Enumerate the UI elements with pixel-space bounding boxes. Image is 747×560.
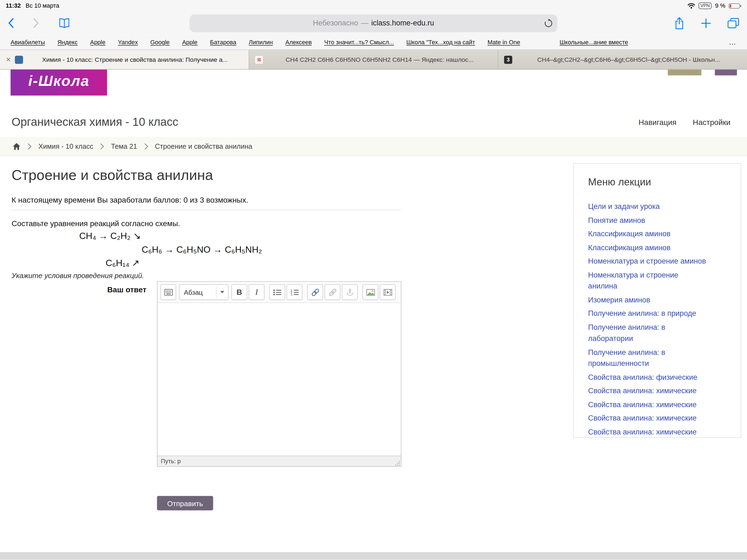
answer-text-area[interactable] <box>157 303 401 456</box>
lecture-menu-link[interactable]: Свойства анилина: физические <box>588 373 697 381</box>
insert-media-button[interactable] <box>380 284 396 300</box>
lecture-menu-link[interactable]: Понятие аминов <box>588 216 645 224</box>
safari-toolbar: Небезопасно — iclass.home-edu.ru <box>0 11 747 34</box>
tab-overview-button[interactable] <box>727 18 739 28</box>
ios-status-bar: 11:32 Вс 10 марта VPN 9 % <box>0 0 747 11</box>
submit-button[interactable]: Отправить <box>157 496 213 510</box>
bookmarks-button[interactable] <box>58 18 70 28</box>
bold-button[interactable]: B <box>231 284 247 300</box>
address-separator: — <box>361 19 368 27</box>
home-icon[interactable] <box>12 143 21 150</box>
favorite-link[interactable]: Школа "Тех...ход на сайт <box>406 39 475 45</box>
lecture-menu-link[interactable]: Свойства анилина: химические <box>588 414 697 422</box>
resize-handle[interactable] <box>395 461 400 466</box>
breadcrumb-current: Строение и свойства анилина <box>155 143 252 150</box>
favorite-link[interactable]: Авиабилеты <box>11 39 45 45</box>
select-divider <box>216 287 216 297</box>
favorite-link[interactable]: Yandex <box>118 39 138 45</box>
numbered-list-button[interactable]: 123 <box>287 284 302 300</box>
lecture-menu-link[interactable]: Получение анилина: в лаборатории <box>588 323 665 342</box>
paragraph-format-select[interactable]: Абзац <box>179 284 229 300</box>
favorite-link[interactable]: Google <box>150 39 170 45</box>
svg-text:3: 3 <box>290 293 292 296</box>
favorite-link[interactable]: Липилин <box>249 39 273 45</box>
battery-icon <box>729 3 740 8</box>
insert-image-button[interactable] <box>363 284 379 300</box>
task-instruction: Составьте уравнения реакций согласно схе… <box>11 219 180 228</box>
lecture-menu-link[interactable]: Классификация аминов <box>588 229 670 238</box>
favorite-link[interactable]: Mate in One <box>488 39 520 45</box>
insert-link-button[interactable] <box>307 284 323 300</box>
favorites-more-button[interactable]: … <box>729 38 736 46</box>
favorite-link[interactable]: Батарова <box>210 39 236 45</box>
remove-link-button[interactable] <box>325 284 340 300</box>
paragraph-format-value: Абзац <box>184 288 203 296</box>
lecture-menu-link[interactable]: Номенклатура и строение аминов <box>588 257 706 265</box>
reload-button[interactable] <box>544 19 553 28</box>
share-button[interactable] <box>674 17 685 29</box>
browser-tab[interactable]: Я CH4 C2H2 C6H6 C6H5NO C6H5NH2 C6H14 — Я… <box>249 50 498 69</box>
lecture-menu-link[interactable]: Получение анилина: в природе <box>588 309 696 317</box>
editor-path[interactable]: Путь: p <box>161 458 181 464</box>
tab-title: CH4 C2H2 C6H6 C6H5NO C6H5NH2 C6H14 — Янд… <box>267 56 492 63</box>
lecture-menu-link[interactable]: Получение анилина: в промышленности <box>588 348 665 367</box>
lecture-menu-item: Понятие аминов <box>588 214 709 226</box>
favorite-link[interactable]: Алексеев <box>285 39 312 45</box>
lecture-menu-item: Свойства анилина: химические <box>588 426 709 437</box>
forward-button[interactable] <box>33 18 40 28</box>
anchor-button[interactable] <box>342 284 358 300</box>
conditions-note: Укажите условия проведения реакций. <box>11 271 144 279</box>
italic-button[interactable]: I <box>249 284 265 300</box>
favorite-link[interactable]: Apple <box>90 39 105 45</box>
lecture-menu-link[interactable]: Свойства анилина: химические <box>588 386 697 394</box>
divider <box>11 210 401 210</box>
tab-title: CH4–&gt;C2H2–&gt;C6H6–&gt;C6H5Cl–&gt;C6H… <box>516 56 741 63</box>
lecture-menu-item: Номенклатура и строение аминов <box>588 255 709 266</box>
school-logo-text: i-Школа <box>28 73 89 90</box>
browser-tab[interactable]: 3 CH4–&gt;C2H2–&gt;C6H6–&gt;C6H5Cl–&gt;C… <box>498 50 747 69</box>
chevron-right-icon <box>144 143 148 150</box>
reaction-scheme-line: C₆H₁₄ ↗ <box>106 256 262 270</box>
settings-link[interactable]: Настройки <box>693 118 730 127</box>
address-security-label: Небезопасно <box>313 19 358 27</box>
lecture-menu-list: Цели и задачи урока Понятие аминов Класс… <box>588 201 731 437</box>
lecture-menu-link[interactable]: Изомерия аминов <box>588 296 650 304</box>
lecture-menu-item: Классификация аминов <box>588 242 709 253</box>
breadcrumb-link[interactable]: Химия - 10 класс <box>38 143 93 150</box>
lecture-menu-item: Свойства анилина: химические <box>588 412 709 424</box>
tab-favicon: Я <box>255 55 263 64</box>
webpage-content: i-Школа Органическая химия - 10 класс На… <box>0 70 747 560</box>
bullet-list-button[interactable] <box>269 284 285 300</box>
toolbar-toggle-button[interactable] <box>160 284 176 300</box>
chevron-right-icon <box>27 143 32 150</box>
lecture-menu-link[interactable]: Классификация аминов <box>588 243 670 251</box>
lecture-menu-item: Цели и задачи урока <box>588 201 709 212</box>
breadcrumb-link[interactable]: Тема 21 <box>111 143 137 150</box>
lecture-menu-link[interactable]: Свойства анилина: химические <box>588 428 697 436</box>
back-button[interactable] <box>8 18 14 28</box>
favorite-link[interactable]: Что значит...ть? Смысл... <box>324 39 394 45</box>
battery-tip <box>740 5 741 7</box>
tab-close-icon[interactable]: ✕ <box>6 56 11 63</box>
lecture-menu: Меню лекции Цели и задачи урока Понятие … <box>573 163 741 438</box>
browser-tab-active[interactable]: ✕ Химия - 10 класс: Строение и свойства … <box>0 50 249 69</box>
navigation-link[interactable]: Навигация <box>639 118 676 127</box>
lecture-menu-item: Номенклатура и строение анилина <box>588 269 709 292</box>
lecture-menu-link[interactable]: Цели и задачи урока <box>588 202 660 210</box>
lecture-menu-item: Свойства анилина: физические <box>588 371 709 383</box>
breadcrumb: Химия - 10 класс Тема 21 Строение и свой… <box>0 137 747 156</box>
lecture-menu-item: Получение анилина: в природе <box>588 308 709 319</box>
tab-bar: ✕ Химия - 10 класс: Строение и свойства … <box>0 50 747 70</box>
italic-glyph: I <box>255 287 258 297</box>
new-tab-button[interactable] <box>701 18 711 28</box>
address-bar[interactable]: Небезопасно — iclass.home-edu.ru <box>190 14 558 32</box>
lecture-menu-title: Меню лекции <box>588 176 731 187</box>
favorite-link[interactable]: Школьные...ание вместе <box>560 39 628 45</box>
bold-glyph: B <box>236 288 242 297</box>
battery-percent: 9 % <box>715 2 725 9</box>
lecture-menu-link[interactable]: Номенклатура и строение анилина <box>588 271 678 290</box>
favorite-link[interactable]: Яндекс <box>57 39 78 45</box>
favorite-link[interactable]: Apple <box>182 39 198 45</box>
lecture-menu-link[interactable]: Свойства анилина: химические <box>588 400 697 408</box>
school-logo[interactable]: i-Школа <box>11 70 107 96</box>
